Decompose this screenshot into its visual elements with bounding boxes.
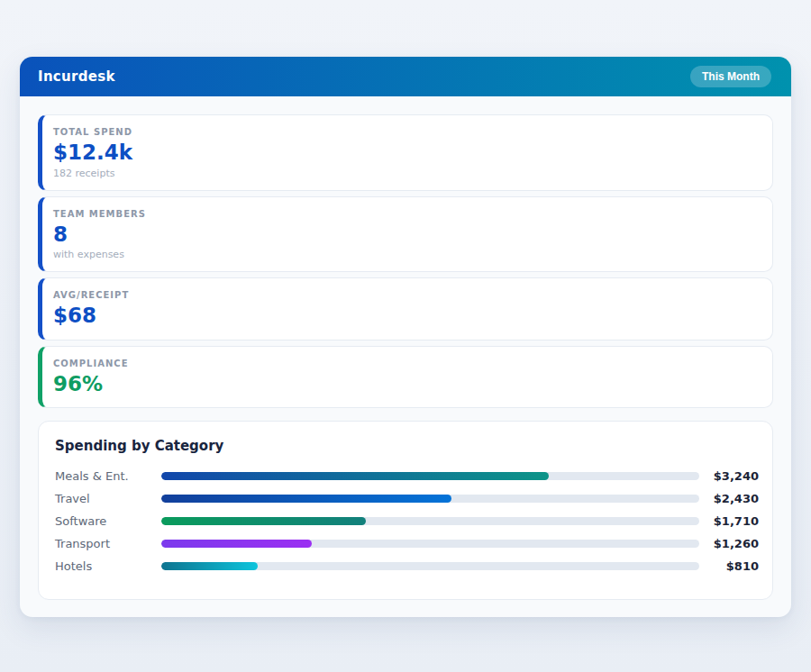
bar-track xyxy=(161,562,699,570)
bar-fill-travel xyxy=(161,495,451,503)
chart-row-software: Software $1,710 xyxy=(55,510,759,532)
chart-row-meals: Meals & Ent. $3,240 xyxy=(55,465,759,487)
period-badge[interactable]: This Month xyxy=(690,66,771,87)
bar-fill-transport xyxy=(161,540,312,548)
chart-title: Spending by Category xyxy=(55,438,759,454)
category-label: Hotels xyxy=(55,559,161,573)
stat-card-compliance: COMPLIANCE 96% xyxy=(38,346,773,409)
category-label: Meals & Ent. xyxy=(55,469,161,483)
stat-value: 96% xyxy=(53,372,758,397)
chart-row-travel: Travel $2,430 xyxy=(55,487,759,510)
stat-value: 8 xyxy=(53,222,758,248)
category-amount: $3,240 xyxy=(699,469,759,483)
category-label: Software xyxy=(55,514,161,528)
category-label: Transport xyxy=(55,537,161,550)
app-header: Incurdesk This Month xyxy=(20,57,791,96)
chart-row-transport: Transport $1,260 xyxy=(55,532,759,555)
dashboard-panel: Incurdesk This Month TOTAL SPEND $12.4k … xyxy=(20,57,791,617)
stat-label: AVG/RECEIPT xyxy=(53,290,758,300)
stat-subtext: 182 receipts xyxy=(53,168,758,179)
category-amount: $810 xyxy=(699,559,759,573)
stat-card-total-spend: TOTAL SPEND $12.4k 182 receipts xyxy=(38,114,773,191)
bar-track xyxy=(161,517,699,525)
stat-label: TEAM MEMBERS xyxy=(53,209,758,219)
bar-track xyxy=(161,472,699,480)
dashboard-content: TOTAL SPEND $12.4k 182 receipts TEAM MEM… xyxy=(20,96,791,617)
category-amount: $2,430 xyxy=(699,492,759,505)
stat-subtext: with expenses xyxy=(53,249,758,260)
stat-label: TOTAL SPEND xyxy=(53,127,758,137)
stat-card-team-members: TEAM MEMBERS 8 with expenses xyxy=(38,196,773,273)
category-label: Travel xyxy=(55,492,161,505)
category-amount: $1,260 xyxy=(699,537,759,550)
category-amount: $1,710 xyxy=(699,514,759,528)
bar-track xyxy=(161,540,699,548)
bar-track xyxy=(161,495,699,503)
app-title: Incurdesk xyxy=(38,68,115,85)
stat-value: $68 xyxy=(53,304,758,329)
spending-by-category-card: Spending by Category Meals & Ent. $3,240… xyxy=(38,421,773,600)
chart-row-hotels: Hotels $810 xyxy=(55,555,759,577)
bar-fill-meals xyxy=(161,472,549,480)
stat-card-avg-receipt: AVG/RECEIPT $68 xyxy=(38,277,773,341)
bar-fill-software xyxy=(161,517,366,525)
stat-value: $12.4k xyxy=(53,141,758,166)
bar-fill-hotels xyxy=(161,562,258,570)
stat-label: COMPLIANCE xyxy=(53,359,758,368)
